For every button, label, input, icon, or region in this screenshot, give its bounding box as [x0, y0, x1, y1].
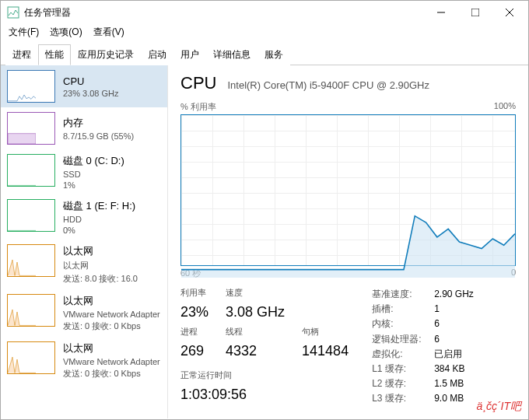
uptime-label: 正常运行时间	[180, 369, 349, 385]
thread-value: 4332	[226, 343, 285, 363]
handle-value: 141484	[302, 343, 349, 363]
stat-val: 2.90 GHz	[434, 287, 474, 302]
window-title: 任务管理器	[24, 6, 424, 19]
chart-ymax: 100%	[494, 101, 516, 113]
stat-key: 虚拟化:	[372, 347, 426, 362]
thumb-mem-icon	[7, 112, 55, 145]
stat-val: 6	[434, 317, 440, 331]
proc-value: 269	[180, 343, 208, 363]
sidebar-item-label: 内存	[63, 116, 134, 130]
sidebar-item-sub2: 发送: 0 接收: 0 Kbps	[63, 320, 160, 332]
handle-label: 句柄	[302, 326, 349, 341]
util-value: 23%	[180, 304, 208, 324]
sidebar-item-sub2: 发送: 0 接收: 0 Kbps	[63, 368, 160, 380]
sidebar-item-disk-2[interactable]: 磁盘 0 (C: D:)SSD1%	[1, 149, 167, 194]
sidebar-item-sub: 8.7/15.9 GB (55%)	[63, 131, 134, 141]
app-icon	[7, 6, 19, 19]
menu-view[interactable]: 查看(V)	[93, 26, 124, 39]
stat-key: L3 缓存:	[372, 391, 426, 406]
stat-val: 1.5 MB	[434, 376, 464, 391]
sidebar-item-net-6[interactable]: 以太网VMware Network Adapter发送: 0 接收: 0 Kbp…	[1, 337, 167, 384]
sidebar-item-sub2: 1%	[63, 180, 124, 190]
sidebar-item-net-4[interactable]: 以太网以太网发送: 8.0 接收: 16.0	[1, 240, 167, 289]
menu-options[interactable]: 选项(O)	[50, 26, 82, 39]
stat-val: 9.0 MB	[434, 391, 464, 406]
stat-row: L1 缓存:384 KB	[372, 362, 474, 376]
svg-rect-2	[471, 9, 479, 16]
sidebar-item-sub: VMware Network Adapter	[63, 310, 160, 319]
sidebar-item-sub2: 发送: 8.0 接收: 16.0	[63, 273, 138, 285]
page-title: CPU	[180, 73, 216, 93]
uptime-value: 1:03:09:56	[180, 387, 349, 407]
sidebar-item-net-5[interactable]: 以太网VMware Network Adapter发送: 0 接收: 0 Kbp…	[1, 289, 167, 337]
sidebar-item-sub: SSD	[63, 170, 124, 179]
speed-label: 速度	[226, 287, 285, 303]
thread-label: 线程	[226, 326, 285, 341]
tab-bar: 进程性能应用历史记录启动用户详细信息服务	[1, 44, 528, 65]
minimize-button[interactable]	[424, 2, 458, 23]
tab-用户[interactable]: 用户	[173, 44, 206, 65]
cpu-model: Intel(R) Core(TM) i5-9400F CPU @ 2.90GHz	[227, 79, 429, 91]
close-button[interactable]	[492, 2, 527, 23]
sidebar-item-label: 磁盘 0 (C: D:)	[63, 154, 124, 168]
stat-val: 6	[434, 332, 440, 347]
sidebar-item-label: 磁盘 1 (E: F: H:)	[63, 199, 135, 213]
cpu-utilization-chart[interactable]	[180, 114, 516, 266]
thumb-net-icon	[7, 294, 55, 327]
sidebar-item-label: CPU	[63, 75, 119, 87]
stat-val: 已启用	[434, 347, 462, 362]
maximize-button[interactable]	[458, 2, 492, 23]
tab-详细信息[interactable]: 详细信息	[206, 44, 257, 65]
sidebar-item-label: 以太网	[63, 294, 160, 308]
stat-key: 基准速度:	[372, 287, 426, 302]
stat-row: 基准速度:2.90 GHz	[372, 287, 474, 302]
sidebar-item-sub: HDD	[63, 215, 135, 224]
menu-file[interactable]: 文件(F)	[9, 26, 39, 39]
sidebar-item-label: 以太网	[63, 341, 160, 355]
speed-value: 3.08 GHz	[226, 304, 285, 324]
stat-val: 1	[434, 302, 440, 317]
svg-marker-6	[181, 216, 515, 278]
stat-key: L2 缓存:	[372, 376, 426, 391]
stat-row: 逻辑处理器:6	[372, 332, 474, 347]
thumb-net-icon	[7, 341, 55, 374]
stat-key: 内核:	[372, 317, 426, 331]
stats-left: 利用率 速度 23% 3.08 GHz 进程 线程 句柄 269 4332 14…	[180, 287, 349, 407]
proc-label: 进程	[180, 326, 208, 341]
sidebar-item-disk-3[interactable]: 磁盘 1 (E: F: H:)HDD0%	[1, 194, 167, 240]
sidebar-item-sub: 23% 3.08 GHz	[63, 89, 119, 98]
sidebar-item-mem-1[interactable]: 内存8.7/15.9 GB (55%)	[1, 107, 167, 149]
tab-服务[interactable]: 服务	[257, 44, 290, 65]
thumb-disk-icon	[7, 199, 55, 232]
sidebar-item-sub: VMware Network Adapter	[63, 357, 160, 366]
stat-key: 逻辑处理器:	[372, 332, 426, 347]
thumb-net-icon	[7, 244, 55, 277]
stat-key: L1 缓存:	[372, 362, 426, 376]
stat-row: 内核:6	[372, 317, 474, 331]
stat-key: 插槽:	[372, 302, 426, 317]
chart-ylabel: % 利用率	[180, 101, 216, 113]
sidebar-item-cpu-0[interactable]: CPU23% 3.08 GHz	[1, 65, 167, 107]
thumb-cpu-icon	[7, 70, 55, 103]
stat-row: 虚拟化:已启用	[372, 347, 474, 362]
thumb-disk-icon	[7, 154, 55, 187]
stat-row: L2 缓存:1.5 MB	[372, 376, 474, 391]
sidebar-item-sub: 以太网	[63, 260, 138, 271]
stat-row: 插槽:1	[372, 302, 474, 317]
menubar: 文件(F) 选项(O) 查看(V)	[1, 24, 528, 44]
sidebar-item-label: 以太网	[63, 244, 138, 258]
stats-right: 基准速度:2.90 GHz插槽:1内核:6逻辑处理器:6虚拟化:已启用L1 缓存…	[372, 287, 474, 407]
svg-rect-5	[8, 134, 36, 144]
titlebar: 任务管理器	[1, 1, 528, 24]
watermark: ä¸čç´IT吧	[476, 400, 521, 414]
tab-启动[interactable]: 启动	[141, 44, 173, 65]
sidebar[interactable]: CPU23% 3.08 GHz内存8.7/15.9 GB (55%)磁盘 0 (…	[1, 65, 168, 418]
util-label: 利用率	[180, 287, 208, 303]
stat-val: 384 KB	[434, 362, 464, 376]
stat-row: L3 缓存:9.0 MB	[372, 391, 474, 406]
tab-性能[interactable]: 性能	[38, 44, 71, 65]
sidebar-item-sub2: 0%	[63, 226, 135, 235]
main-panel: CPU Intel(R) Core(TM) i5-9400F CPU @ 2.9…	[168, 65, 528, 418]
tab-进程[interactable]: 进程	[5, 44, 38, 65]
tab-应用历史记录[interactable]: 应用历史记录	[71, 44, 141, 65]
